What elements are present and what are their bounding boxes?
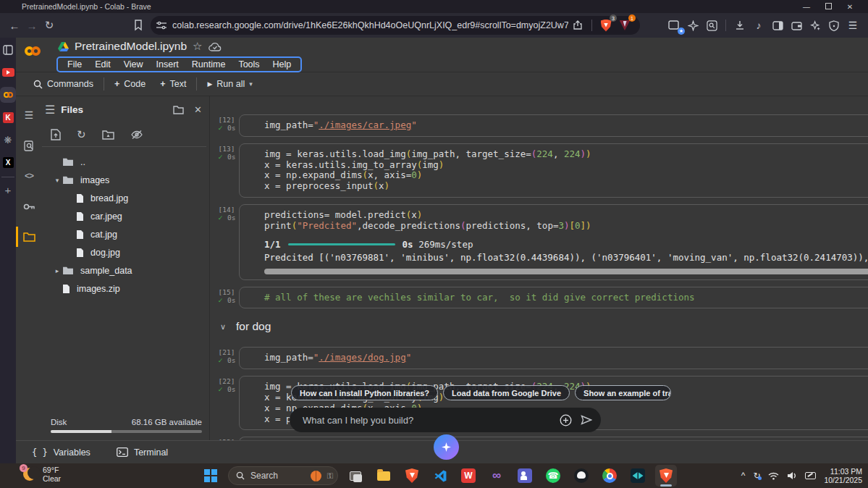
cell-editor[interactable]: predictions= model.predict(x)print("Pred… xyxy=(239,204,868,280)
wps-office-icon[interactable]: W xyxy=(458,465,479,487)
cell-editor[interactable]: img_path="./images/dog.jpg" xyxy=(239,347,868,369)
menu-item-file[interactable]: File xyxy=(62,59,87,70)
volume-icon[interactable] xyxy=(787,471,797,480)
brave-shields-icon[interactable]: 3 xyxy=(597,16,615,35)
downloads-icon[interactable] xyxy=(730,16,749,35)
cell-gutter[interactable]: [12]✓ 0s xyxy=(216,116,237,132)
cell-editor[interactable]: img_path="./images/car.jpeg" xyxy=(239,114,868,137)
tree-item[interactable]: .. xyxy=(42,153,209,171)
refresh-files-icon[interactable]: ↻ xyxy=(77,128,86,141)
url-bar[interactable]: colab.research.google.com/drive/1hKe6E26… xyxy=(151,16,640,35)
forward-button[interactable]: → xyxy=(23,20,41,32)
k-app-icon[interactable]: K xyxy=(0,109,16,125)
reading-list-icon[interactable] xyxy=(0,42,16,58)
menu-item-edit[interactable]: Edit xyxy=(90,59,116,70)
extensions-icon[interactable] xyxy=(683,16,702,35)
tree-item[interactable]: ▸sample_data xyxy=(42,261,209,279)
assistant-input[interactable]: What can I help you build? xyxy=(290,408,601,432)
menu-item-view[interactable]: View xyxy=(119,59,148,70)
variables-rail-icon[interactable]: <> xyxy=(16,167,42,185)
pen-device-icon[interactable] xyxy=(805,472,816,479)
files-rail-icon[interactable] xyxy=(16,228,42,245)
search-in-page-icon[interactable] xyxy=(702,16,721,35)
tray-expand-icon[interactable]: ^ xyxy=(741,471,746,481)
commands-button[interactable]: Commands xyxy=(26,79,101,89)
vpn-icon[interactable] xyxy=(825,16,843,35)
tree-arrow-icon[interactable]: ▸ xyxy=(52,267,62,274)
back-button[interactable]: ← xyxy=(6,20,23,32)
menu-item-tools[interactable]: Tools xyxy=(233,59,264,70)
file-explorer-icon[interactable] xyxy=(373,465,395,487)
add-code-button[interactable]: +Code xyxy=(107,79,153,89)
upload-file-icon[interactable] xyxy=(51,129,61,140)
tree-item[interactable]: cat.jpg xyxy=(42,225,209,243)
x-twitter-icon[interactable]: X xyxy=(0,154,16,170)
wifi-icon[interactable] xyxy=(768,472,779,480)
output-hscrollbar[interactable] xyxy=(264,269,868,274)
task-view-button[interactable] xyxy=(345,465,366,487)
find-replace-icon[interactable] xyxy=(16,137,42,154)
huggingface-like-icon[interactable]: ❋ xyxy=(0,132,16,148)
site-settings-icon[interactable] xyxy=(156,21,167,30)
tree-item[interactable]: images.zip xyxy=(42,279,209,298)
attach-icon[interactable] xyxy=(560,414,572,426)
cell-gutter[interactable]: [22]✓ 0s xyxy=(216,377,237,393)
suggestion-chip[interactable]: Show an example of training a xyxy=(575,385,671,400)
update-sync-icon[interactable]: ↻ xyxy=(753,471,760,481)
menu-item-help[interactable]: Help xyxy=(268,59,297,70)
tree-item[interactable]: bread.jpg xyxy=(42,189,209,207)
menu-item-insert[interactable]: Insert xyxy=(151,59,184,70)
cell-gutter[interactable]: [14]✓ 0s xyxy=(216,206,237,222)
taskbar-search[interactable]: Search ⚿ xyxy=(228,466,338,485)
colab-sidebar-icon[interactable] xyxy=(0,87,16,103)
open-files-new-tab-icon[interactable] xyxy=(173,105,184,114)
media-icon[interactable]: ♪ xyxy=(749,16,768,35)
section-heading[interactable]: ∨for dog xyxy=(220,320,868,333)
tree-item[interactable]: ▾images xyxy=(42,171,209,189)
moth-app-icon[interactable] xyxy=(627,465,649,487)
run-all-button[interactable]: ▶ Run all ▾ xyxy=(200,79,259,89)
youtube-icon[interactable] xyxy=(0,64,16,80)
section-collapse-icon[interactable]: ∨ xyxy=(220,322,226,332)
wallet-icon[interactable] xyxy=(787,16,806,35)
brave-active-icon[interactable] xyxy=(655,465,677,487)
suggestion-chip[interactable]: How can I install Python libraries? xyxy=(291,385,438,400)
star-icon[interactable]: ☆ xyxy=(193,40,202,53)
brave-pinned-icon[interactable] xyxy=(401,465,423,487)
sidebar-add-icon[interactable]: + xyxy=(5,184,12,196)
share-page-icon[interactable] xyxy=(568,16,587,35)
cell-gutter[interactable]: [21]✓ 0s xyxy=(216,348,237,364)
whatsapp-icon[interactable]: ☎ xyxy=(542,465,564,487)
github-icon[interactable] xyxy=(570,465,592,487)
teams-icon[interactable] xyxy=(514,465,536,487)
reload-button[interactable]: ↻ xyxy=(41,19,58,32)
cell-editor[interactable]: # all of these are vechiles similar to c… xyxy=(239,287,868,309)
tab-search-icon[interactable]: ★ xyxy=(665,16,683,35)
cell-editor[interactable]: img = keras.utils.load_img(img_path, tar… xyxy=(239,143,868,198)
tree-item[interactable]: dog.jpg xyxy=(42,243,209,261)
taskbar-clock[interactable]: 11:03 PM 10/21/2025 xyxy=(824,467,862,485)
notebook-cell[interactable]: [12]✓ 0simg_path="./images/car.jpeg" xyxy=(210,114,868,137)
start-button[interactable] xyxy=(200,465,222,487)
suggestion-chip[interactable]: Load data from Google Drive xyxy=(443,385,570,400)
variables-button[interactable]: { } Variables xyxy=(32,447,90,458)
hidden-files-icon[interactable] xyxy=(130,130,143,140)
browser-menu-icon[interactable]: ☰ xyxy=(843,16,862,35)
table-of-contents-icon[interactable]: ☰ xyxy=(16,106,42,124)
cell-gutter[interactable]: [13]✓ 0s xyxy=(216,145,237,161)
bookmark-icon[interactable] xyxy=(133,20,143,31)
colab-logo[interactable] xyxy=(25,46,41,56)
minimize-button[interactable]: — xyxy=(796,3,817,11)
adguard-extension-icon[interactable]: 1 xyxy=(615,16,634,35)
chrome-icon[interactable] xyxy=(599,465,620,487)
vscode-icon[interactable] xyxy=(429,465,451,487)
weather-widget[interactable]: 9 69°F Clear xyxy=(22,466,61,483)
notebook-cell[interactable]: [15]✓ 0s# all of these are vechiles simi… xyxy=(210,287,868,309)
visual-studio-icon[interactable]: ∞ xyxy=(486,465,507,487)
gemini-fab[interactable] xyxy=(434,434,459,460)
notebook-cell[interactable]: [14]✓ 0spredictions= model.predict(x)pri… xyxy=(210,204,868,280)
tree-item[interactable]: car.jpeg xyxy=(42,207,209,225)
mount-drive-icon[interactable] xyxy=(102,130,114,140)
menu-item-runtime[interactable]: Runtime xyxy=(187,59,231,70)
url-text[interactable]: colab.research.google.com/drive/1hKe6E26… xyxy=(172,20,568,30)
